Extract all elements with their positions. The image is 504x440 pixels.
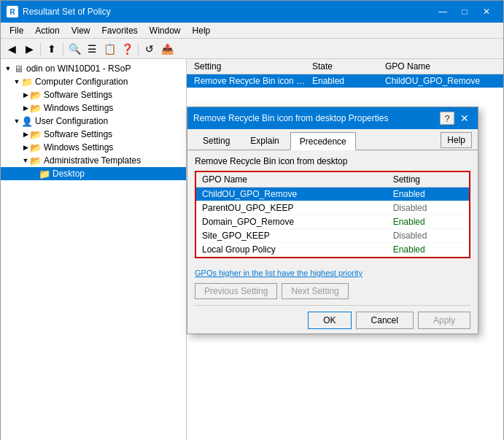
minimize-button[interactable]: — <box>432 4 454 19</box>
user-sw-label: Software Settings <box>44 129 112 139</box>
up-button[interactable]: ⬆ <box>44 41 60 57</box>
cell-gpo-name: Domain_GPO_Remove <box>196 215 387 229</box>
tree-item-admin-tpl[interactable]: ▼ 📂 Administrative Templates <box>1 154 186 167</box>
tree-item-user-config[interactable]: ▼ 👤 User Configuration <box>1 115 186 128</box>
rsop-icon: 🖥 <box>12 63 24 74</box>
tab-precedence[interactable]: Precedence <box>290 132 356 150</box>
toggle-user-win[interactable]: ▶ <box>21 143 30 152</box>
table-row[interactable]: Site_GPO_KEEPDisabled <box>196 229 469 243</box>
toggle-desktop <box>30 169 39 178</box>
admin-tpl-label: Administrative Templates <box>44 155 141 166</box>
tab-setting[interactable]: Setting <box>193 132 239 150</box>
cell-setting: Disabled <box>387 201 469 215</box>
tree-item-desktop[interactable]: 📁 Desktop <box>1 167 186 180</box>
tree-item-comp-sw[interactable]: ▶ 📂 Software Settings <box>1 88 186 101</box>
search-button[interactable]: 🔍 <box>66 41 82 57</box>
toggle-admin-tpl[interactable]: ▼ <box>21 156 30 165</box>
col-header-setting[interactable]: Setting <box>191 61 309 72</box>
precedence-table: GPO Name Setting ChildOU_GPO_RemoveEnabl… <box>196 172 469 257</box>
admin-tpl-icon: 📂 <box>30 155 42 166</box>
comp-win-icon: 📂 <box>30 102 42 114</box>
toolbar-separator-3 <box>138 42 139 55</box>
rsop-label: odin on WIN10D01 - RSoP <box>26 63 131 74</box>
list-row[interactable]: Remove Recycle Bin icon from desktop Ena… <box>187 74 503 88</box>
comp-sw-label: Software Settings <box>44 90 112 100</box>
toggle-user-sw[interactable]: ▶ <box>21 130 30 139</box>
priority-note: GPOs higher in the list have the highest… <box>195 269 470 277</box>
dialog-close-button[interactable]: ✕ <box>457 112 472 125</box>
dialog-content: Remove Recycle Bin icon from desktop GPO… <box>187 150 478 264</box>
menu-action[interactable]: Action <box>29 24 65 37</box>
menu-favorites[interactable]: Favorites <box>96 24 144 37</box>
dialog-title-bar: Remove Recycle Bin icon from desktop Pro… <box>187 107 478 129</box>
row-gpo: ChildOU_GPO_Remove <box>382 76 499 86</box>
tree-item-user-win[interactable]: ▶ 📂 Windows Settings <box>1 141 186 154</box>
properties-button[interactable]: 📋 <box>101 41 117 57</box>
tree-panel: ▼ 🖥 odin on WIN10D01 - RSoP ▼ 📁 Computer… <box>1 59 187 440</box>
priority-link[interactable]: highest priority <box>310 269 363 277</box>
cell-setting: Enabled <box>387 188 469 201</box>
table-row[interactable]: Domain_GPO_RemoveEnabled <box>196 215 469 229</box>
cancel-button[interactable]: Cancel <box>356 312 414 329</box>
app-icon: R <box>7 6 18 18</box>
comp-sw-icon: 📂 <box>30 89 42 101</box>
tab-explain[interactable]: Explain <box>241 132 288 150</box>
help-button[interactable]: ❓ <box>119 41 135 57</box>
help-button[interactable]: Help <box>441 132 472 148</box>
toggle-user-config[interactable]: ▼ <box>12 117 21 126</box>
comp-config-label: Computer Configuration <box>35 77 128 87</box>
back-button[interactable]: ◀ <box>4 41 20 57</box>
dialog-title-text: Remove Recycle Bin icon from desktop Pro… <box>193 113 388 123</box>
dialog-footer: GPOs higher in the list have the highest… <box>187 264 478 333</box>
row-state: Enabled <box>309 76 382 86</box>
properties-dialog: Remove Recycle Bin icon from desktop Pro… <box>187 107 478 334</box>
toggle-rsop[interactable]: ▼ <box>4 64 12 73</box>
table-header-row: GPO Name Setting <box>196 172 469 188</box>
next-setting-button[interactable]: Next Setting <box>282 283 348 299</box>
comp-win-label: Windows Settings <box>44 103 113 113</box>
th-gpo-name[interactable]: GPO Name <box>196 172 387 188</box>
main-window: R Resultant Set of Policy — □ ✕ File Act… <box>0 0 504 440</box>
refresh-button[interactable]: ↺ <box>141 41 158 57</box>
menu-window[interactable]: Window <box>144 24 187 37</box>
close-button[interactable]: ✕ <box>476 4 497 19</box>
cell-setting: Enabled <box>387 243 469 257</box>
user-config-label: User Configuration <box>35 116 108 126</box>
dialog-help-icon[interactable]: ? <box>440 112 454 125</box>
toggle-comp-config[interactable]: ▼ <box>12 77 21 86</box>
export-button[interactable]: 📤 <box>159 41 175 57</box>
menu-bar: File Action View Favorites Window Help <box>1 23 503 39</box>
comp-config-icon: 📁 <box>21 76 33 88</box>
maximize-button[interactable]: □ <box>454 4 476 19</box>
ok-button[interactable]: OK <box>308 312 351 329</box>
cell-gpo-name: Site_GPO_KEEP <box>196 229 387 243</box>
desktop-label: Desktop <box>53 169 85 179</box>
user-win-icon: 📂 <box>30 142 42 153</box>
inner-table-container: GPO Name Setting ChildOU_GPO_RemoveEnabl… <box>195 171 470 258</box>
menu-view[interactable]: View <box>66 24 96 37</box>
apply-button[interactable]: Apply <box>418 312 470 329</box>
menu-help[interactable]: Help <box>187 24 217 37</box>
window-controls: — □ ✕ <box>432 4 497 19</box>
toggle-comp-sw[interactable]: ▶ <box>21 90 30 99</box>
th-setting[interactable]: Setting <box>387 172 469 188</box>
title-bar: R Resultant Set of Policy — □ ✕ <box>1 1 503 23</box>
tree-item-comp-config[interactable]: ▼ 📁 Computer Configuration <box>1 75 186 88</box>
user-sw-icon: 📂 <box>30 128 42 140</box>
title-bar-left: R Resultant Set of Policy <box>7 6 111 18</box>
row-setting: Remove Recycle Bin icon from desktop <box>191 76 309 86</box>
toggle-comp-win[interactable]: ▶ <box>21 104 30 112</box>
table-row[interactable]: Local Group PolicyEnabled <box>196 243 469 257</box>
tree-item-comp-win[interactable]: ▶ 📂 Windows Settings <box>1 101 186 115</box>
tree-item-user-sw[interactable]: ▶ 📂 Software Settings <box>1 128 186 141</box>
forward-button[interactable]: ▶ <box>21 41 37 57</box>
table-row[interactable]: ChildOU_GPO_RemoveEnabled <box>196 188 469 201</box>
tree-item-rsop[interactable]: ▼ 🖥 odin on WIN10D01 - RSoP <box>1 62 186 75</box>
menu-file[interactable]: File <box>4 24 29 37</box>
dialog-tabs: Setting Explain Precedence Help <box>187 129 478 150</box>
col-header-gpo[interactable]: GPO Name <box>382 61 499 72</box>
prev-setting-button[interactable]: Previous Setting <box>195 283 277 299</box>
view-button[interactable]: ☰ <box>84 41 100 57</box>
col-header-state[interactable]: State <box>309 61 382 72</box>
table-row[interactable]: ParentOU_GPO_KEEPDisabled <box>196 201 469 215</box>
